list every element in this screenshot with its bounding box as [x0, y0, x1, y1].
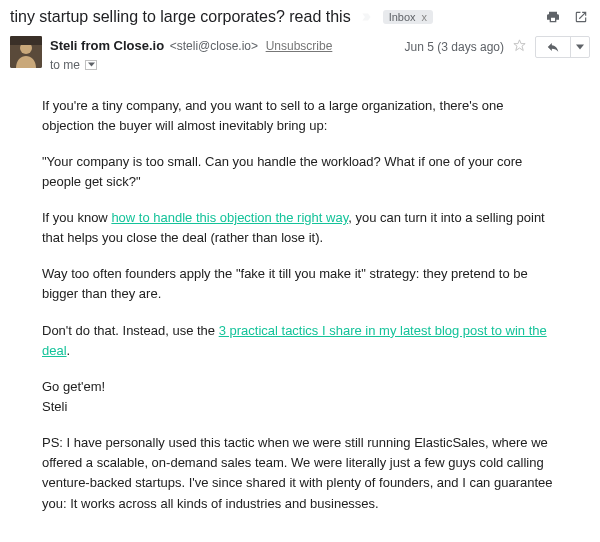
label-chip-remove[interactable]: x [420, 11, 430, 23]
unsubscribe-link[interactable]: Unsubscribe [266, 39, 333, 53]
body-signature: Steli [42, 397, 558, 417]
sender-avatar[interactable] [10, 36, 42, 68]
body-paragraph: "Your company is too small. Can you hand… [42, 152, 558, 192]
importance-marker[interactable] [361, 11, 373, 23]
svg-rect-2 [10, 36, 42, 45]
reply-button-group [535, 36, 590, 58]
label-chip-text: Inbox [389, 11, 416, 23]
body-ps: PS: I have personally used this tactic w… [42, 433, 558, 514]
body-paragraph: Go get'em! [42, 377, 558, 397]
sender-meta: Steli from Close.io <steli@close.io> Uns… [50, 36, 397, 74]
body-paragraph: Don't do that. Instead, use the 3 practi… [42, 321, 558, 361]
new-window-icon[interactable] [572, 8, 590, 26]
label-chip-inbox[interactable]: Inbox x [383, 10, 433, 24]
star-toggle[interactable] [512, 38, 527, 56]
body-paragraph: Way too often founders apply the "fake i… [42, 264, 558, 304]
email-subject: tiny startup selling to large corporates… [10, 8, 351, 26]
more-actions-button[interactable] [570, 37, 589, 57]
body-paragraph: If you're a tiny company, and you want t… [42, 96, 558, 136]
sender-email: <steli@close.io> [170, 39, 258, 53]
print-icon[interactable] [544, 8, 562, 26]
to-line: to me [50, 56, 397, 74]
link-handle-objection[interactable]: how to handle this objection the right w… [111, 210, 348, 225]
recipients-expand[interactable] [85, 60, 97, 70]
email-meta-row: Steli from Close.io <steli@close.io> Uns… [0, 32, 600, 76]
email-body: If you're a tiny company, and you want t… [0, 76, 600, 534]
sender-name: Steli from Close.io [50, 38, 164, 53]
top-actions [544, 8, 590, 26]
reply-button[interactable] [536, 37, 570, 57]
meta-right: Jun 5 (3 days ago) [405, 36, 590, 58]
body-paragraph: If you know how to handle this objection… [42, 208, 558, 248]
to-line-text: to me [50, 56, 80, 74]
subject-wrap: tiny startup selling to large corporates… [10, 8, 544, 26]
email-date: Jun 5 (3 days ago) [405, 40, 504, 54]
email-header: tiny startup selling to large corporates… [0, 0, 600, 32]
